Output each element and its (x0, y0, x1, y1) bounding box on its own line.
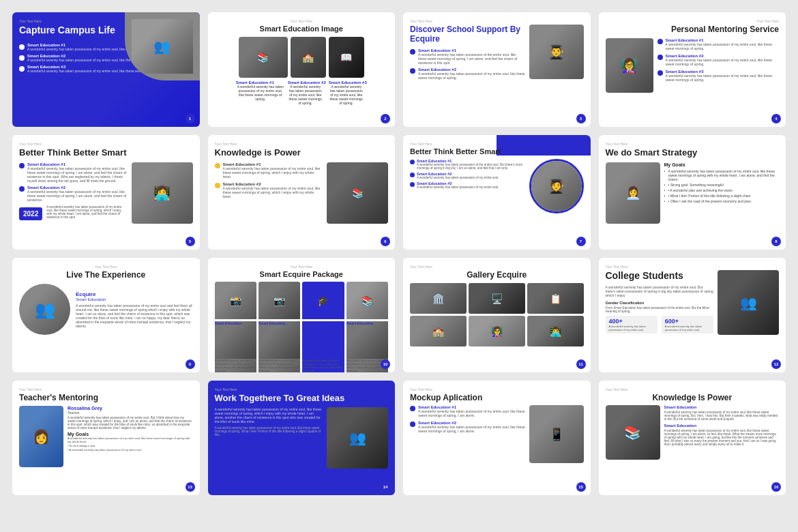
slide-11[interactable]: Your Text Here Gallery Ecquire 🏛️ 🖥️ 📋 🏫… (403, 258, 591, 372)
slide-5-bullet-2: Smart Education #2 A wonderful serenity … (19, 186, 128, 202)
page-num-15: 15 (576, 482, 586, 492)
page-num-13: 13 (186, 482, 195, 492)
slide-10[interactable]: Your Text Here Smart Ecquire Package 📸 S… (208, 258, 396, 372)
page-num-7: 7 (576, 237, 586, 246)
slide-13-goal-2: • So do It taking a seat (68, 444, 193, 447)
slide-11-tag: Your Text Here (410, 265, 584, 269)
slide-9[interactable]: Your Text Here Live The Experience 👥 Ecq… (12, 258, 200, 372)
slide-15-left: Smart Education #1 A wonderful serenity … (410, 405, 525, 463)
bullet-icon (657, 70, 663, 76)
slide-8-goal-2: • Strong goal: Something meaningful (664, 183, 780, 187)
slide-2[interactable]: Your Text Here Smart Education Image 📚 🏫… (208, 12, 396, 127)
slide-8[interactable]: Your Text Here We do Smart Strategy 👩‍💼 … (599, 135, 786, 250)
slide-16-image: 📚 (606, 405, 660, 460)
slide-7-bullet-1: Smart Education #1 A wonderful serenity … (410, 159, 525, 170)
slide-6-right: 📚 (327, 162, 388, 224)
slide-6-tag: Your Text Here (215, 142, 389, 146)
slide-10-img-3: 🎓 Smart Education A wonderful serenity h… (302, 282, 344, 372)
slide-3-title: Discover School Support By Ecquire (410, 25, 525, 44)
slide-2-captions: Smart Education #1 A wonderful serenity … (215, 80, 389, 105)
slide-13-goal-3: • A wonderful serenity has taken possess… (68, 448, 193, 452)
slide-2-img-3: 📖 (329, 37, 364, 78)
slide-13[interactable]: Your Text Here Teacher's Mentoring 👩 Ros… (12, 381, 200, 495)
slide-16-title: Knowledge Is Power (606, 393, 780, 402)
slide-12-right: 👥 (718, 270, 779, 335)
slide-7-left: Smart Education #1 A wonderful serenity … (410, 159, 525, 213)
slide-5-left: Smart Education #1 A wonderful serenity … (19, 162, 128, 224)
gallery-item-3: 📋 (527, 283, 584, 314)
slide-16[interactable]: Your Text Here Knowledge Is Power 📚 Smar… (599, 381, 786, 495)
slide-3-bullet-1: Smart Education #1 A wonderful serenity … (410, 48, 525, 65)
slide-5-year-text: A wonderful serenity has taken possessio… (46, 205, 127, 219)
bullet-icon (410, 406, 415, 411)
slide-7-bullet-2: Smart Education #2 A wonderful serenity … (410, 172, 525, 179)
slide-9-content: 👥 Ecquire Smart Education A wonderful se… (19, 284, 193, 335)
slide-8-goal-3: • A wonderful plan and achieving the vis… (664, 188, 780, 192)
slide-2-tag: Your Text Here (215, 19, 389, 23)
bullet-icon (657, 55, 663, 60)
page-num-16: 16 (771, 482, 781, 492)
slide-12-desc: A wonderful serenity has taken possessio… (606, 285, 714, 297)
slide-9-person-role: Smart Education (76, 297, 193, 301)
page-num-12: 12 (771, 359, 781, 369)
bullet-icon (19, 163, 25, 168)
slide-2-cap-2: Smart Education #2 A wonderful serenity … (288, 80, 326, 105)
slide-5-image: 👩‍💻 (132, 162, 193, 224)
slide-13-tag: Your Text Here (19, 387, 193, 391)
bullet-icon (410, 173, 415, 177)
bullet-icon (410, 160, 415, 164)
bullet-dot (19, 66, 25, 72)
slide-16-left: 📚 (606, 405, 660, 460)
bullet-dot (19, 44, 25, 50)
slide-15-title: Mockup Aplication (410, 393, 584, 402)
slide-12-left: College Students A wonderful serenity ha… (606, 270, 714, 335)
slide-8-content: 👩‍💼 My Goals A wonderful serenity has ta… (606, 162, 780, 224)
slide-8-tag: Your Text Here (606, 142, 780, 146)
slide-14-image: 👥 (327, 407, 388, 469)
slide-6-image: 📚 (327, 162, 388, 224)
slide-15-bullet-1: Smart Education #1 A wonderful serenity … (410, 405, 525, 417)
slide-13-left: 👩 (19, 406, 63, 467)
slide-16-section-1-label: Smart Education (664, 405, 780, 409)
slide-3-right: 👨‍🎓 (529, 25, 584, 83)
slide-6-bullet-2: Smart Education #2 A wonderful serenity … (215, 182, 323, 198)
slide-3[interactable]: Your Text Here Discover School Support B… (403, 12, 591, 127)
gallery-item-2: 🖥️ (469, 283, 525, 314)
slide-5-bullet-1: Smart Education #1 A wonderful serenity … (19, 162, 128, 183)
slide-6[interactable]: Your Text Here Knowledge is Power Smart … (208, 135, 396, 250)
slide-7-right: 🧑‍🎓 (529, 159, 584, 213)
slide-7[interactable]: Your Text Here Better Think Better Smart… (403, 135, 591, 250)
page-num-8: 8 (771, 237, 781, 246)
slide-8-goal-1: A wonderful serenity has taken possessio… (664, 169, 780, 181)
slide-12-tag: Your Text Here (606, 265, 780, 269)
slide-5[interactable]: Your Text Here Better Think Better Smart… (12, 135, 200, 250)
slide-13-desc: A wonderful serenity has taken possessio… (68, 416, 193, 430)
bullet-dot (19, 55, 25, 61)
slide-1[interactable]: 👥 Your Text Here Capture Campus Life Sma… (12, 12, 200, 127)
bullet-icon (410, 422, 415, 427)
slide-12-stat-1: 400+ A wonderful serenity has taken poss… (606, 316, 657, 334)
page-num-6: 6 (381, 237, 390, 246)
slide-14[interactable]: Your Text Here Work Togethere To Great I… (208, 381, 396, 495)
slide-7-tag: Your Text Here (410, 142, 584, 146)
slide-14-title: Work Togethere To Great Ideas (215, 393, 389, 404)
slide-12[interactable]: Your Text Here College Students A wonder… (599, 258, 786, 372)
bullet-icon (215, 163, 220, 168)
slide-12-stat-2: 600+ A wonderful serenity has taken poss… (662, 316, 713, 334)
slide-7-bullet-3: Smart Education #3 A wonderful serenity … (410, 181, 525, 189)
slide-5-year: 2022 (19, 207, 42, 220)
slide-grid: 👥 Your Text Here Capture Campus Life Sma… (0, 0, 798, 507)
slide-13-goals-title: My Goals (68, 432, 193, 437)
slide-12-gender-text: From Smart Education has taken possessio… (606, 306, 714, 313)
slide-15[interactable]: Your Text Here Mockup Aplication Smart E… (403, 381, 591, 495)
slide-16-content: 📚 Smart Education A wonderful serenity h… (606, 405, 780, 460)
slide-3-bullet-2: Smart Education #2 A wonderful serenity … (410, 68, 525, 80)
slide-4[interactable]: Your Text Here Personal Mentoring Servic… (599, 12, 786, 127)
slide-4-right: Smart Education #1 A wonderful serenity … (657, 38, 780, 93)
slide-3-image: 👨‍🎓 (529, 25, 584, 79)
page-num-1: 1 (186, 114, 195, 123)
slide-8-left: 👩‍💼 (606, 162, 660, 224)
slide-4-tag: Your Text Here (606, 19, 780, 23)
slide-8-goal-4: • What I feel: Portion of this title fol… (664, 194, 780, 198)
slide-9-title: Live The Experience (66, 270, 145, 280)
